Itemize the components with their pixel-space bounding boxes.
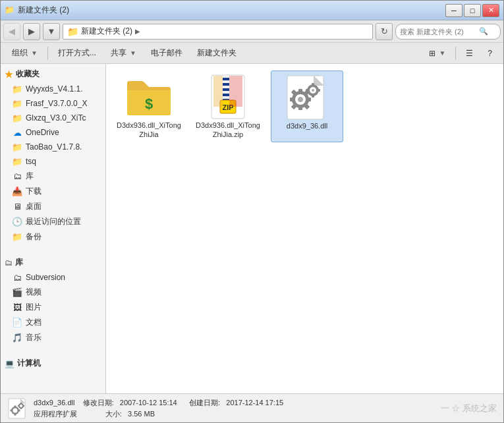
- search-input[interactable]: [400, 28, 479, 36]
- svg-point-21: [298, 97, 303, 102]
- computer-label: 计算机: [17, 358, 41, 369]
- svg-rect-27: [306, 89, 308, 92]
- sidebar-item-taobao[interactable]: 📁 TaoBao_V1.7.8.: [1, 140, 105, 154]
- email-label: 电子邮件: [151, 47, 182, 59]
- toolbar: 组织 ▼ 打开方式... 共享 ▼ 电子邮件 新建文件夹 ⊞ ▼ ☰: [1, 43, 503, 64]
- toolbar-sep-2: [455, 47, 456, 60]
- details-view-button[interactable]: ☰: [460, 45, 479, 62]
- sidebar-item-pictures[interactable]: 🖼 图片: [1, 300, 105, 315]
- close-button[interactable]: ✕: [482, 4, 499, 17]
- minimize-button[interactable]: ─: [445, 4, 462, 17]
- tsq-icon: 📁: [11, 156, 23, 167]
- sidebar-item-library-fav[interactable]: 🗂 库: [1, 169, 105, 184]
- desktop-icon: 🖥: [11, 202, 23, 212]
- organize-button[interactable]: 组织 ▼: [6, 45, 43, 62]
- search-box[interactable]: 🔍: [395, 24, 501, 40]
- help-button[interactable]: ?: [482, 45, 498, 62]
- status-file-icon: [7, 398, 28, 419]
- status-size-label: 大小:: [105, 410, 122, 418]
- video-icon: 🎬: [11, 287, 23, 298]
- file-item-folder[interactable]: $ D3dx936.dll_XiTongZhiJia: [113, 70, 185, 142]
- libraries-header[interactable]: 🗂 库: [1, 255, 105, 270]
- sidebar-item-recent[interactable]: 🕒 最近访问的位置: [1, 214, 105, 229]
- taobao-icon: 📁: [11, 142, 23, 152]
- favorites-section: ★ 收藏夹 📁 Wyyxds_V4.1.1. 📁 Frasf_V3.7.0.0_…: [1, 64, 105, 247]
- file-item-dll[interactable]: d3dx9_36.dll: [271, 70, 343, 142]
- svg-rect-35: [11, 409, 13, 411]
- svg-text:$: $: [145, 96, 153, 112]
- status-created-date: 2017-12-14 17:15: [226, 399, 283, 407]
- file-item-zip[interactable]: ZIP D3dx936.dll_XiTongZhiJia.zip: [192, 70, 264, 142]
- up-button[interactable]: ▼: [43, 23, 60, 40]
- sidebar-item-backup[interactable]: 📁 备份: [1, 229, 105, 244]
- new-folder-label: 新建文件夹: [197, 47, 237, 59]
- sidebar-item-video[interactable]: 🎬 视频: [1, 285, 105, 300]
- download-label: 下载: [26, 186, 42, 197]
- search-icon: 🔍: [479, 27, 488, 36]
- glxzq-icon: 📁: [11, 113, 23, 123]
- sidebar-item-glxzq[interactable]: 📁 Glxzq_V3.0_XiTc: [1, 111, 105, 125]
- sidebar-item-tsq[interactable]: 📁 tsq: [1, 154, 105, 169]
- recent-icon: 🕒: [11, 217, 23, 227]
- video-label: 视频: [26, 287, 42, 298]
- svg-rect-3: [223, 75, 229, 78]
- folder-name-1: D3dx936.dll_XiTongZhiJia: [115, 121, 182, 140]
- computer-section: 💻 计算机: [1, 353, 105, 374]
- share-button[interactable]: 共享 ▼: [105, 45, 142, 62]
- libraries-section: 🗂 库 🗂 Subversion 🎬 视频 🖼 图片 📄 文档: [1, 252, 105, 348]
- address-bar: ◀ ▶ ▼ 📁 新建文件夹 (2) ▶ ↻ 🔍: [1, 20, 503, 43]
- zip-icon-svg: ZIP: [208, 74, 248, 120]
- file-area[interactable]: $ D3dx936.dll_XiTongZhiJia: [106, 64, 503, 393]
- forward-button[interactable]: ▶: [23, 23, 40, 40]
- svg-rect-25: [312, 95, 314, 98]
- favorites-expand-icon: ★: [5, 69, 13, 80]
- sidebar-item-frasf[interactable]: 📁 Frasf_V3.7.0.0_X: [1, 96, 105, 111]
- maximize-button[interactable]: □: [464, 4, 481, 17]
- details-view-icon: ☰: [466, 49, 473, 58]
- share-chevron: ▼: [130, 49, 136, 57]
- email-button[interactable]: 电子邮件: [145, 45, 188, 62]
- library-fav-label: 库: [26, 171, 34, 182]
- sidebar-item-documents[interactable]: 📄 文档: [1, 315, 105, 330]
- sidebar-item-desktop[interactable]: 🖥 桌面: [1, 199, 105, 214]
- documents-icon: 📄: [11, 318, 23, 328]
- glxzq-label: Glxzq_V3.0_XiTc: [26, 113, 86, 123]
- new-folder-button[interactable]: 新建文件夹: [191, 45, 242, 62]
- sidebar-item-wyy[interactable]: 📁 Wyyxds_V4.1.1.: [1, 82, 105, 96]
- view-button[interactable]: ⊞ ▼: [423, 45, 451, 62]
- path-text: 新建文件夹 (2): [81, 26, 132, 37]
- svg-rect-15: [307, 98, 311, 101]
- status-type: 应用程序扩展: [34, 410, 77, 418]
- svg-rect-4: [223, 80, 229, 83]
- refresh-button[interactable]: ↻: [376, 23, 393, 40]
- title-bar-text: 新建文件夹 (2): [18, 5, 445, 16]
- organize-label: 组织: [12, 47, 28, 59]
- sidebar-item-music[interactable]: 🎵 音乐: [1, 330, 105, 345]
- svg-rect-26: [318, 89, 320, 92]
- status-created-label: 创建日期:: [189, 399, 220, 407]
- dll-icon-container: [283, 74, 331, 121]
- open-with-button[interactable]: 打开方式...: [52, 45, 102, 62]
- svg-rect-14: [298, 106, 302, 110]
- favorites-header[interactable]: ★ 收藏夹: [1, 67, 105, 82]
- music-label: 音乐: [26, 332, 42, 343]
- documents-label: 文档: [26, 317, 42, 328]
- folder-icon-svg: $: [126, 77, 172, 117]
- title-bar: 📁 新建文件夹 (2) ─ □ ✕: [1, 1, 503, 20]
- window: 📁 新建文件夹 (2) ─ □ ✕ ◀ ▶ ▼ 📁 新建文件夹 (2) ▶ ↻ …: [0, 0, 504, 423]
- tsq-label: tsq: [26, 157, 36, 166]
- wyy-label: Wyyxds_V4.1.1.: [26, 84, 83, 94]
- address-path[interactable]: 📁 新建文件夹 (2) ▶: [63, 24, 373, 40]
- back-button[interactable]: ◀: [3, 23, 20, 40]
- svg-rect-40: [23, 405, 24, 407]
- status-bar: d3dx9_36.dll 修改日期: 2007-10-12 15:14 创建日期…: [1, 393, 503, 422]
- pictures-icon: 🖼: [11, 302, 23, 313]
- sidebar-item-onedrive[interactable]: ☁ OneDrive: [1, 125, 105, 140]
- taobao-label: TaoBao_V1.7.8.: [26, 142, 82, 152]
- status-modified-label: 修改日期:: [83, 399, 114, 407]
- sidebar-item-subversion[interactable]: 🗂 Subversion: [1, 270, 105, 285]
- download-icon: 📥: [11, 186, 23, 197]
- computer-expand-icon: 💻: [5, 359, 14, 368]
- sidebar-item-download[interactable]: 📥 下载: [1, 184, 105, 199]
- computer-header[interactable]: 💻 计算机: [1, 356, 105, 371]
